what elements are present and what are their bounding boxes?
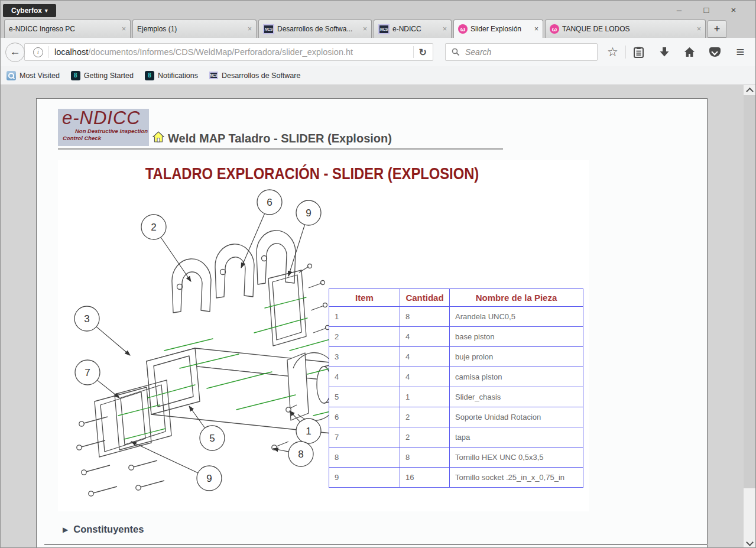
bookmark-most-visited[interactable]: Most Visited	[7, 71, 60, 80]
maximize-button[interactable]: □	[693, 3, 720, 17]
browser-viewport: e-NDICC Non Destructive Inspection Contr…	[1, 85, 755, 548]
constituyentes-label: Constituyentes	[73, 524, 144, 535]
table-row: 34buje prolon	[329, 347, 583, 367]
browser-window: { "window": { "app_button": "Cyberfox", …	[0, 0, 756, 548]
url-separator	[48, 46, 49, 58]
tab-close-icon[interactable]: ×	[248, 25, 252, 33]
tab-close-icon[interactable]: ×	[363, 25, 367, 33]
ncs-icon: NCS	[378, 24, 390, 34]
bookmark-label: Getting Started	[84, 72, 134, 80]
wamp-icon: ω	[550, 24, 559, 34]
bookmarks-toolbar: Most Visited8Getting Started8Notificatio…	[1, 66, 755, 85]
endicc-logo: e-NDICC Non Destructive Inspection Contr…	[58, 109, 149, 146]
bookmark-star-icon[interactable]: ☆	[600, 46, 625, 58]
vertical-scrollbar[interactable]	[744, 85, 755, 548]
close-button[interactable]: ×	[720, 3, 747, 17]
tab-ejemplos-1[interactable]: Ejemplos (1)×	[132, 20, 257, 38]
tab-close-icon[interactable]: ×	[443, 25, 447, 33]
dark-app-icon: 8	[71, 71, 80, 80]
logo-title: e-NDICC	[58, 109, 149, 128]
page-header: e-NDICC Non Destructive Inspection Contr…	[58, 109, 686, 146]
logo-subtitle-1: Non Destructive Inspection	[58, 128, 149, 135]
parts-table-header-row: ItemCantidadNombre de la Pieza	[329, 289, 583, 307]
logo-subtitle-2: Control Check	[58, 135, 149, 142]
scrollbar-thumb[interactable]	[744, 95, 755, 488]
drawing-title: TALADRO EXPLORACIÓN - SLIDER (EXPLOSION)	[89, 165, 536, 183]
pocket-icon[interactable]	[702, 47, 728, 57]
tab-desarrollos-de-softwa[interactable]: NCSDesarrollos de Softwa...×	[258, 20, 372, 38]
bookmark-label: Most Visited	[20, 72, 60, 80]
table-row: 88Tornillo HEX UNC 0,5x3,5	[329, 448, 583, 468]
callout-3: 3	[74, 306, 130, 355]
tab-close-icon[interactable]: ×	[697, 25, 701, 33]
svg-text:2: 2	[151, 222, 156, 233]
svg-text:9: 9	[306, 207, 311, 219]
minimize-button[interactable]: –	[666, 3, 693, 17]
url-path: /documentos/Informes/CDS/WeldMap/Perfora…	[88, 47, 353, 57]
twisty-right-icon[interactable]: ▶	[63, 526, 68, 534]
navigation-toolbar: ← i localhost/documentos/Informes/CDS/We…	[1, 38, 755, 66]
table-row: 916Tornillo socket .25_in_x_0,75_in	[329, 468, 583, 488]
table-header: Cantidad	[400, 289, 450, 307]
search-icon	[452, 48, 460, 56]
table-header: Nombre de la Pieza	[450, 289, 583, 307]
table-row: 62Soporte Unidad Rotacion	[329, 407, 583, 427]
svg-text:3: 3	[84, 313, 89, 325]
page-info-icon[interactable]: i	[33, 47, 43, 57]
home-page-icon[interactable]	[153, 131, 164, 145]
svg-text:7: 7	[85, 367, 90, 378]
search-input[interactable]	[464, 47, 579, 57]
bookmark-desarrollos-de-software[interactable]: NCSDesarrollos de Software	[209, 72, 300, 80]
svg-text:9: 9	[206, 473, 212, 484]
tab-label: TANQUE DE LODOS	[562, 25, 695, 33]
table-row: 72tapa	[329, 427, 583, 448]
tab-tanque-de-lodos[interactable]: ωTANQUE DE LODOS×	[545, 20, 706, 38]
tab-e-ndicc[interactable]: NCSe-NDICC×	[374, 20, 452, 38]
bookmark-label: Desarrollos de Software	[222, 72, 300, 80]
table-header: Item	[329, 289, 400, 307]
reload-icon[interactable]: ↻	[419, 47, 427, 58]
tab-close-icon[interactable]: ×	[534, 25, 538, 33]
callout-7: 7	[75, 360, 119, 398]
table-row: 44camisa piston	[329, 367, 583, 387]
reload-wrap: ↻	[413, 46, 433, 58]
menu-hamburger-icon[interactable]: ≡	[728, 46, 753, 58]
bookmark-getting-started[interactable]: 8Getting Started	[71, 71, 134, 80]
downloads-icon[interactable]	[651, 47, 677, 57]
window-titlebar: Cyberfox ▾ – □ ×	[1, 1, 755, 18]
app-menu-button[interactable]: Cyberfox ▾	[3, 4, 56, 17]
most-visited-icon	[7, 71, 16, 80]
constituyentes-toggle[interactable]: ▶ Constituyentes	[58, 524, 686, 535]
table-row: 18Arandela UNC0,5	[329, 307, 583, 327]
search-box[interactable]	[445, 43, 598, 61]
tab-label: Desarrollos de Softwa...	[277, 25, 361, 33]
tab-close-icon[interactable]: ×	[122, 25, 126, 33]
scroll-down-icon[interactable]	[746, 539, 754, 546]
url-bar[interactable]: i localhost/documentos/Informes/CDS/Weld…	[24, 43, 433, 61]
svg-text:5: 5	[209, 433, 215, 444]
page-heading: Weld MAP Taladro - SLIDER (Explosion)	[153, 131, 392, 146]
tab-strip: e-NDICC Ingreso PC×Ejemplos (1)×NCSDesar…	[1, 18, 755, 38]
scroll-up-icon[interactable]	[746, 87, 754, 95]
weldmap-image: 269375189 TALADRO EXPLORACIÓN - SLIDER (…	[58, 160, 589, 511]
bookmark-notifications[interactable]: 8Notifications	[145, 71, 198, 80]
svg-text:1: 1	[306, 426, 311, 437]
bookmarks-menu-icon[interactable]	[626, 47, 651, 58]
new-tab-button[interactable]: +	[708, 20, 726, 38]
table-row: 24base piston	[329, 327, 583, 347]
heading-divider	[58, 148, 503, 150]
parts-table: ItemCantidadNombre de la Pieza 18Arandel…	[329, 288, 583, 488]
url-text[interactable]: localhost/documentos/Informes/CDS/WeldMa…	[54, 47, 413, 57]
ncs-icon: NCS	[209, 72, 218, 79]
window-controls: – □ ×	[666, 3, 747, 17]
tab-label: Ejemplos (1)	[137, 25, 245, 33]
tab-slider-explosi-n[interactable]: ωSlider Explosión×	[453, 20, 543, 38]
web-page: e-NDICC Non Destructive Inspection Contr…	[36, 98, 708, 548]
page-heading-text: Weld MAP Taladro - SLIDER (Explosion)	[168, 132, 392, 145]
tab-label: e-NDICC	[392, 25, 440, 33]
tab-e-ndicc-ingreso-pc[interactable]: e-NDICC Ingreso PC×	[4, 20, 131, 38]
bottom-divider	[44, 544, 708, 545]
home-icon[interactable]	[677, 47, 702, 57]
table-row: 51Slider_chasis	[329, 387, 583, 407]
back-button[interactable]: ←	[5, 43, 25, 62]
